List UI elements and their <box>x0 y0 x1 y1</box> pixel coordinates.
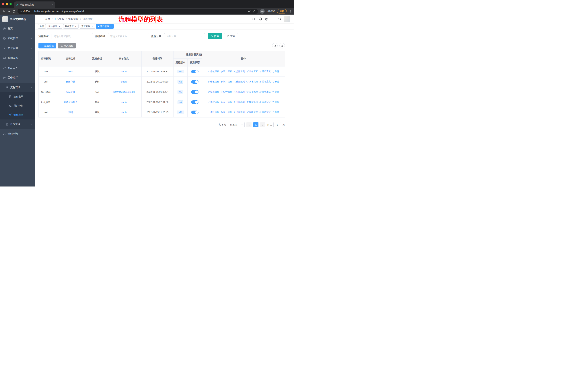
action-delete-process[interactable]: 删除 <box>272 101 279 104</box>
sidebar-item-payment-mgmt[interactable]: 支付管理 <box>0 43 35 53</box>
window-close-button[interactable] <box>2 3 4 5</box>
sidebar-item-workflow[interactable]: 工作流程 <box>0 73 35 83</box>
action-assign-rule[interactable]: 分配规则 <box>233 111 245 114</box>
status-toggle[interactable] <box>191 100 199 104</box>
view-tag-process-form[interactable]: 流程表单× <box>80 24 95 29</box>
action-process-definition[interactable]: 流程定义 <box>259 70 271 73</box>
action-delete-process[interactable]: 删除 <box>272 111 279 114</box>
process-name-link[interactable]: 滔博 <box>68 111 73 114</box>
header-search-icon[interactable] <box>252 18 255 21</box>
forward-button[interactable] <box>7 10 10 13</box>
action-edit-process[interactable]: 修改流程 <box>208 90 219 93</box>
breadcrumb-item[interactable]: 首页 <box>45 18 50 21</box>
sidebar-item-process-model[interactable]: 流程模型 <box>0 110 35 120</box>
tag-close-icon[interactable]: × <box>91 25 93 28</box>
status-toggle[interactable] <box>191 80 199 84</box>
sidebar-item-process-form[interactable]: 流程表单 <box>0 92 35 101</box>
action-design-process[interactable]: 设计流程 <box>220 111 232 114</box>
action-process-definition[interactable]: 流程定义 <box>259 80 271 83</box>
toggle-search-button[interactable] <box>272 43 278 49</box>
action-edit-process[interactable]: 修改流程 <box>208 80 219 83</box>
status-toggle[interactable] <box>191 111 199 114</box>
status-toggle[interactable] <box>191 90 199 94</box>
action-design-process[interactable]: 设计流程 <box>220 70 232 73</box>
reset-button[interactable]: 重置 <box>224 33 238 39</box>
action-design-process[interactable]: 设计流程 <box>220 101 232 104</box>
process-name-link[interactable]: OA 请假 <box>66 91 75 93</box>
goto-page-input[interactable] <box>273 122 281 127</box>
font-size-icon[interactable] <box>278 18 281 21</box>
import-process-button[interactable]: 导入流程 <box>58 43 76 49</box>
action-assign-rule[interactable]: 分配规则 <box>233 80 245 83</box>
window-minimize-button[interactable] <box>6 3 8 5</box>
process-name-link[interactable]: 测试多审批人 <box>64 101 78 103</box>
action-assign-rule[interactable]: 分配规则 <box>233 90 245 93</box>
new-tab-button[interactable] <box>58 3 60 6</box>
next-page-button[interactable] <box>260 122 265 127</box>
form-info-link[interactable]: biubiu <box>121 80 127 83</box>
page-size-select[interactable]: 10条/页 <box>228 122 245 127</box>
form-info-link[interactable]: biubiu <box>121 111 127 114</box>
bookmark-star-icon[interactable] <box>253 10 256 13</box>
browser-menu-icon[interactable] <box>289 10 292 13</box>
tag-close-icon[interactable]: × <box>58 25 61 28</box>
tab-close-icon[interactable] <box>51 4 53 6</box>
prev-page-button[interactable] <box>246 122 252 127</box>
sidebar-item-home[interactable]: 首页 <box>0 24 35 33</box>
sidebar-item-task-mgmt[interactable]: 任务管理 <box>0 120 35 129</box>
sidebar-item-process-mgmt[interactable]: 流程管理 <box>0 83 35 92</box>
action-design-process[interactable]: 设计流程 <box>220 90 232 93</box>
fullscreen-icon[interactable] <box>271 18 275 21</box>
sidebar-item-devtools[interactable]: 研发工具 <box>0 63 35 73</box>
user-avatar[interactable] <box>284 16 290 22</box>
action-delete-process[interactable]: 删除 <box>272 70 279 73</box>
sidebar-item-infrastructure[interactable]: 基础设施 <box>0 53 35 63</box>
security-chip[interactable]: 不安全 <box>20 10 30 13</box>
form-info-link[interactable]: biubiu <box>121 101 127 103</box>
action-assign-rule[interactable]: 分配规则 <box>233 101 245 104</box>
action-edit-process[interactable]: 修改流程 <box>208 70 219 73</box>
sidebar-item-system-mgmt[interactable]: 系统管理 <box>0 33 35 43</box>
action-design-process[interactable]: 设计流程 <box>220 80 232 83</box>
view-tag-my-process[interactable]: 我的流程× <box>63 24 79 29</box>
process-name-input[interactable] <box>108 33 149 39</box>
url-bar[interactable]: 不安全 dashboard.yudao.iocoder.cn/bpm/manag… <box>18 9 258 14</box>
action-edit-process[interactable]: 修改流程 <box>208 111 219 114</box>
action-delete-process[interactable]: 删除 <box>272 80 279 83</box>
process-name-link[interactable]: eeee <box>68 70 73 73</box>
category-select[interactable]: 流程分类 <box>164 33 205 39</box>
form-info-link[interactable]: /bpm/oa/leave/create <box>113 91 135 93</box>
reload-button[interactable] <box>12 10 15 13</box>
form-info-link[interactable]: biubiu <box>121 70 127 73</box>
sidebar-toggle-button[interactable] <box>39 17 42 21</box>
breadcrumb-item[interactable]: 工作流程 <box>54 18 64 21</box>
action-publish-process[interactable]: 发布流程 <box>246 70 258 73</box>
update-button[interactable]: 更新 <box>277 9 287 13</box>
view-tag-process-model[interactable]: 流程模型× <box>96 24 114 29</box>
view-tag-tenant-mgmt[interactable]: 租户管理× <box>47 24 62 29</box>
tag-close-icon[interactable]: × <box>74 25 77 28</box>
status-toggle[interactable] <box>191 70 199 73</box>
action-process-definition[interactable]: 流程定义 <box>259 111 271 114</box>
search-button[interactable]: 搜索 <box>208 33 222 39</box>
refresh-table-button[interactable] <box>279 43 285 49</box>
action-assign-rule[interactable]: 分配规则 <box>233 70 245 73</box>
action-process-definition[interactable]: 流程定义 <box>259 90 271 93</box>
app-logo-row[interactable]: 芋道管理系统 <box>0 15 35 24</box>
help-icon[interactable] <box>265 18 268 21</box>
action-delete-process[interactable]: 删除 <box>272 90 279 93</box>
action-publish-process[interactable]: 发布流程 <box>246 90 258 93</box>
action-edit-process[interactable]: 修改流程 <box>208 101 219 104</box>
github-icon[interactable] <box>258 17 262 21</box>
action-publish-process[interactable]: 发布流程 <box>246 80 258 83</box>
back-button[interactable] <box>2 10 5 13</box>
breadcrumb-item[interactable]: 流程管理 <box>68 18 79 21</box>
view-tag-home[interactable]: 首页 <box>38 24 46 29</box>
sidebar-item-leave-query[interactable]: 请假查询 <box>0 129 35 139</box>
tag-close-icon[interactable]: × <box>110 25 112 28</box>
password-manager-icon[interactable] <box>248 10 251 13</box>
browser-tab[interactable]: 芋道管理系统 <box>14 1 55 8</box>
create-process-button[interactable]: 新建流程 <box>38 43 56 49</box>
page-number-1[interactable]: 1 <box>253 122 258 127</box>
window-zoom-button[interactable] <box>10 3 12 5</box>
